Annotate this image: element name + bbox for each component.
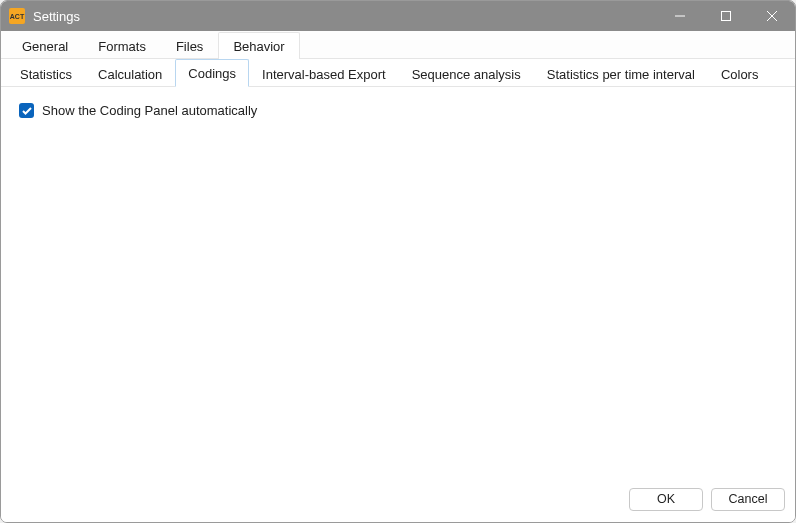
tab-label: Formats	[98, 39, 146, 54]
window-title: Settings	[33, 9, 657, 24]
minimize-icon	[675, 11, 685, 21]
checkbox-row: Show the Coding Panel automatically	[19, 103, 777, 118]
subtab-stats-per-interval[interactable]: Statistics per time interval	[534, 60, 708, 87]
subtab-sequence-analysis[interactable]: Sequence analysis	[399, 60, 534, 87]
primary-tabs: General Formats Files Behavior	[1, 31, 795, 59]
maximize-icon	[721, 11, 731, 21]
tab-behavior[interactable]: Behavior	[218, 32, 299, 59]
subtab-label: Calculation	[98, 67, 162, 82]
subtab-label: Statistics	[20, 67, 72, 82]
tab-general[interactable]: General	[7, 32, 83, 59]
subtab-label: Sequence analysis	[412, 67, 521, 82]
maximize-button[interactable]	[703, 1, 749, 31]
tab-label: General	[22, 39, 68, 54]
subtab-label: Statistics per time interval	[547, 67, 695, 82]
content-panel: Show the Coding Panel automatically	[1, 87, 795, 482]
settings-window: ACT Settings General Formats Files Behav…	[0, 0, 796, 523]
tab-label: Files	[176, 39, 203, 54]
minimize-button[interactable]	[657, 1, 703, 31]
subtab-interval-export[interactable]: Interval-based Export	[249, 60, 399, 87]
subtab-label: Codings	[188, 66, 236, 81]
subtab-label: Colors	[721, 67, 759, 82]
button-label: OK	[657, 492, 675, 506]
ok-button[interactable]: OK	[629, 488, 703, 511]
dialog-footer: OK Cancel	[1, 482, 795, 522]
tab-label: Behavior	[233, 39, 284, 54]
close-icon	[767, 11, 777, 21]
tab-formats[interactable]: Formats	[83, 32, 161, 59]
tab-files[interactable]: Files	[161, 32, 218, 59]
show-coding-panel-label: Show the Coding Panel automatically	[42, 103, 257, 118]
svg-rect-1	[722, 12, 731, 21]
app-icon: ACT	[9, 8, 25, 24]
button-label: Cancel	[729, 492, 768, 506]
check-icon	[22, 107, 32, 115]
subtab-calculation[interactable]: Calculation	[85, 60, 175, 87]
show-coding-panel-checkbox[interactable]	[19, 103, 34, 118]
subtab-statistics[interactable]: Statistics	[7, 60, 85, 87]
cancel-button[interactable]: Cancel	[711, 488, 785, 511]
secondary-tabs: Statistics Calculation Codings Interval-…	[1, 59, 795, 87]
close-button[interactable]	[749, 1, 795, 31]
window-controls	[657, 1, 795, 31]
subtab-label: Interval-based Export	[262, 67, 386, 82]
titlebar: ACT Settings	[1, 1, 795, 31]
subtab-colors[interactable]: Colors	[708, 60, 772, 87]
subtab-codings[interactable]: Codings	[175, 59, 249, 87]
app-icon-text: ACT	[10, 13, 24, 20]
